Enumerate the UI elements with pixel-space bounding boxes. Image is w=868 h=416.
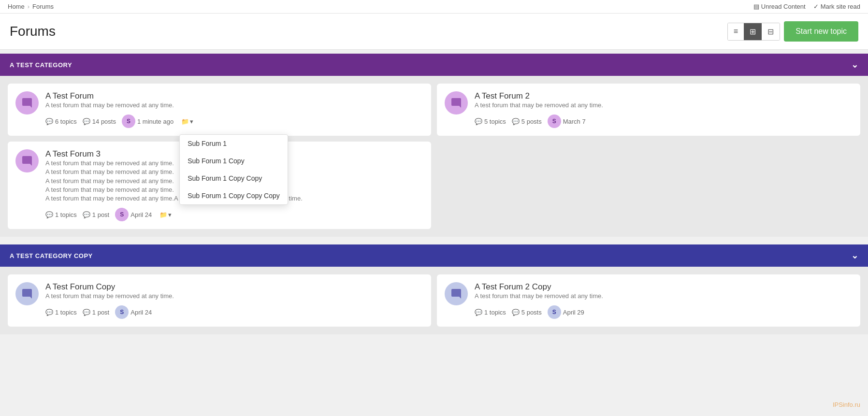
folder-icon-3: 📁 — [159, 211, 167, 218]
forum-card-1: A Test Forum A test forum that may be re… — [8, 84, 431, 136]
forum-info-1: A Test Forum A test forum that may be re… — [45, 91, 423, 128]
forum-card-5: A Test Forum 2 Copy A test forum that ma… — [437, 274, 860, 327]
posts-icon-3: 💬 — [83, 211, 90, 218]
unread-icon: ▤ — [753, 3, 759, 10]
chat-icon-1 — [21, 97, 33, 109]
start-new-topic-button[interactable]: Start new topic — [784, 21, 858, 42]
forum-card-body-5: A Test Forum 2 Copy A test forum that ma… — [445, 282, 853, 319]
subforum-item-1-4[interactable]: Sub Forum 1 Copy Copy Copy — [180, 187, 288, 204]
forum-desc-4: A test forum that may be removed at any … — [45, 292, 423, 301]
posts-icon-2: 💬 — [512, 118, 520, 125]
subforum-toggle-3[interactable]: 📁 ▾ — [158, 210, 174, 219]
forum-card-body-4: A Test Forum Copy A test forum that may … — [15, 282, 423, 319]
forum-card-4: A Test Forum Copy A test forum that may … — [8, 274, 431, 327]
header-controls: ≡ ⊞ ⊟ Start new topic — [727, 21, 858, 42]
topics-icon-2: 💬 — [475, 118, 482, 125]
view-list-button[interactable]: ≡ — [728, 23, 744, 40]
chat-icon-4 — [21, 288, 33, 300]
forum-last-post-1: S 1 minute ago — [122, 115, 174, 128]
forum-topics-1: 💬 6 topics — [45, 118, 77, 125]
view-toggle: ≡ ⊞ ⊟ — [727, 23, 780, 41]
forum-card-2: A Test Forum 2 A test forum that may be … — [437, 84, 860, 136]
topics-icon-4: 💬 — [45, 309, 53, 316]
chat-icon-5 — [450, 288, 462, 300]
forum-name-link-4[interactable]: A Test Forum Copy — [45, 282, 115, 291]
forum-meta-4: 💬 1 topics 💬 1 post S April 24 — [45, 305, 423, 319]
top-bar: Home › Forums ▤ Unread Content ✓ Mark si… — [0, 0, 868, 14]
chat-icon-3 — [21, 155, 33, 167]
folder-icon-1: 📁 — [181, 118, 189, 125]
forum-last-post-4: S April 24 — [115, 305, 152, 319]
meta-avatar-4: S — [115, 305, 129, 319]
forum-avatar-3 — [15, 149, 39, 172]
forum-info-4: A Test Forum Copy A test forum that may … — [45, 282, 423, 319]
category-header-1: A TEST CATEGORY ⌄ — [0, 54, 868, 76]
forum-topics-3: 💬 1 topics — [45, 211, 77, 218]
chevron-down-icon-3: ▾ — [168, 211, 172, 218]
forum-desc-5: A test forum that may be removed at any … — [475, 292, 853, 301]
breadcrumb-sep: › — [28, 3, 29, 10]
forum-name-link-2[interactable]: A Test Forum 2 — [475, 91, 530, 100]
forum-posts-2: 💬 5 posts — [512, 118, 542, 125]
forum-meta-5: 💬 1 topics 💬 5 posts S April 29 — [475, 305, 853, 319]
forum-desc-1: A test forum that may be removed at any … — [45, 101, 423, 110]
breadcrumb: Home › Forums — [8, 3, 753, 10]
forum-last-post-3: S April 24 — [115, 208, 152, 221]
forum-name-link-5[interactable]: A Test Forum 2 Copy — [475, 282, 551, 291]
posts-icon-1: 💬 — [83, 118, 90, 125]
subforum-item-1-3[interactable]: Sub Forum 1 Copy Copy — [180, 170, 288, 187]
forum-card-body-1: A Test Forum A test forum that may be re… — [15, 91, 423, 128]
category-header-2: A TEST CATEGORY COPY ⌄ — [0, 244, 868, 267]
posts-icon-4: 💬 — [83, 309, 90, 316]
meta-avatar-5: S — [548, 305, 561, 319]
subforum-container-1: 📁 ▾ Sub Forum 1 Sub Forum 1 Copy Sub For… — [179, 117, 195, 126]
forum-meta-3: 💬 1 topics 💬 1 post S April 24 📁 — [45, 208, 423, 221]
meta-avatar-1: S — [122, 115, 135, 128]
topics-icon-5: 💬 — [475, 309, 482, 316]
unread-content[interactable]: ▤ Unread Content — [753, 3, 806, 10]
forum-name-link-1[interactable]: A Test Forum — [45, 91, 94, 100]
forums-grid-2: A Test Forum Copy A test forum that may … — [0, 267, 868, 334]
unread-label: Unread Content — [761, 3, 806, 10]
subforum-container-3: 📁 ▾ — [158, 210, 174, 219]
forum-meta-2: 💬 5 topics 💬 5 posts S March 7 — [475, 115, 853, 128]
forum-meta-1: 💬 6 topics 💬 14 posts S 1 minute ago 📁 — [45, 115, 423, 128]
subforum-toggle-1[interactable]: 📁 ▾ — [179, 117, 195, 126]
category-chevron-2[interactable]: ⌄ — [851, 250, 859, 261]
forum-posts-1: 💬 14 posts — [83, 118, 116, 125]
forum-last-post-2: S March 7 — [548, 115, 586, 128]
subforum-dropdown-1: Sub Forum 1 Sub Forum 1 Copy Sub Forum 1… — [179, 134, 288, 205]
forum-avatar-1 — [15, 91, 39, 115]
chat-icon-2 — [450, 97, 462, 109]
forum-info-5: A Test Forum 2 Copy A test forum that ma… — [475, 282, 853, 319]
page-title: Forums — [10, 24, 56, 39]
forums-grid-1: A Test Forum A test forum that may be re… — [0, 76, 868, 237]
subforum-item-1-2[interactable]: Sub Forum 1 Copy — [180, 152, 288, 170]
posts-icon-5: 💬 — [512, 309, 520, 316]
meta-avatar-3: S — [115, 208, 129, 221]
forum-info-2: A Test Forum 2 A test forum that may be … — [475, 91, 853, 128]
forum-avatar-4 — [15, 282, 39, 305]
forum-topics-4: 💬 1 topics — [45, 309, 77, 316]
page-header: Forums ≡ ⊞ ⊟ Start new topic — [0, 14, 868, 50]
forum-last-post-5: S April 29 — [548, 305, 584, 319]
category-chevron-1[interactable]: ⌄ — [851, 59, 859, 70]
breadcrumb-home[interactable]: Home — [8, 3, 25, 10]
breadcrumb-forums: Forums — [32, 3, 54, 10]
forum-posts-5: 💬 5 posts — [512, 309, 542, 316]
forum-name-link-3[interactable]: A Test Forum 3 — [45, 149, 101, 158]
forum-topics-5: 💬 1 topics — [475, 309, 506, 316]
category-label-1: A TEST CATEGORY — [10, 61, 72, 69]
top-bar-right: ▤ Unread Content ✓ Mark site read — [753, 3, 860, 10]
mark-site-read-button[interactable]: ✓ Mark site read — [813, 3, 860, 10]
view-grid-button[interactable]: ⊞ — [744, 23, 762, 40]
view-table-button[interactable]: ⊟ — [762, 23, 780, 40]
forum-avatar-2 — [445, 91, 468, 115]
check-icon: ✓ — [813, 3, 819, 10]
forum-topics-2: 💬 5 topics — [475, 118, 506, 125]
mark-read-label: Mark site read — [821, 3, 860, 10]
topics-icon-1: 💬 — [45, 118, 53, 125]
meta-avatar-2: S — [548, 115, 561, 128]
topics-icon-3: 💬 — [45, 211, 53, 218]
subforum-item-1-1[interactable]: Sub Forum 1 — [180, 135, 288, 152]
